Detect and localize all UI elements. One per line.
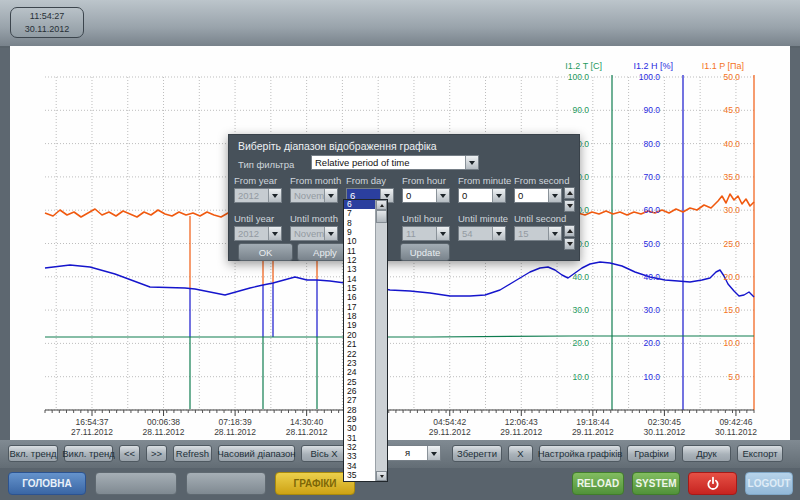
save-button[interactable]: Зберегти	[452, 445, 502, 462]
x-tick-time: 14:30:40	[271, 417, 343, 427]
export-button[interactable]: Експорт	[737, 445, 783, 462]
chevron-down-icon[interactable]	[324, 227, 337, 240]
from-year-label: From year	[234, 175, 277, 186]
scrollbar-thumb[interactable]	[376, 210, 387, 223]
x-tick-time: 02:30:45	[628, 417, 700, 427]
until-month-select[interactable]: November	[290, 226, 338, 241]
ok-button[interactable]: OK	[238, 243, 293, 261]
update-button[interactable]: Update	[400, 243, 450, 261]
x-tick-time: 04:54:42	[414, 417, 486, 427]
power-button[interactable]	[688, 472, 737, 495]
until-minute-value: 54	[459, 227, 492, 240]
y-tick-label: 15.0	[698, 305, 740, 315]
from-month-select[interactable]: November	[290, 188, 338, 203]
x-tick-time: 19:18:44	[557, 417, 629, 427]
trend-toolbar: я Вкл. трендВикл. тренд<<>>RefreshЧасови…	[0, 440, 800, 468]
trend-on-button[interactable]: Вкл. тренд	[8, 445, 58, 462]
trend-off-button[interactable]: Викл. тренд	[64, 445, 113, 462]
day-dropdown-list[interactable]: 6789101112131415161718192021222324252627…	[343, 199, 388, 482]
clock-time: 11:54:27	[11, 10, 83, 23]
chevron-down-icon[interactable]	[548, 189, 561, 202]
until-hour-select[interactable]: 11	[402, 226, 450, 241]
charts-button[interactable]: Графіки	[627, 445, 676, 462]
chevron-down-icon[interactable]	[548, 227, 561, 240]
x-tick-date: 29.11.2012	[557, 427, 629, 437]
x-tick-time: 00:06:38	[128, 417, 200, 427]
y-tick-label: 100.0	[547, 72, 589, 82]
day-option[interactable]: 35	[344, 471, 375, 480]
nav-blank-1[interactable]	[95, 472, 177, 495]
reload-button[interactable]: RELOAD	[572, 472, 624, 495]
from-second-select[interactable]: 0	[514, 188, 562, 203]
until-minute-select[interactable]: 54	[458, 226, 506, 241]
nav-blank-2[interactable]	[186, 472, 266, 495]
y-tick-label: 70.0	[618, 172, 660, 182]
logout-button[interactable]: LOGOUT	[745, 472, 793, 495]
chevron-down-icon[interactable]	[427, 446, 440, 460]
filter-type-select[interactable]: Relative period of time	[311, 155, 479, 170]
y-tick-label: 10.0	[547, 372, 589, 382]
from-day-label: From day	[346, 175, 386, 186]
dropdown-scrollbar[interactable]	[375, 200, 387, 481]
scroll-left-button[interactable]: <<	[119, 445, 140, 462]
y-tick-label: 10.0	[618, 372, 660, 382]
scroll-down-icon[interactable]	[376, 471, 387, 481]
x-tick-label: 19:18:4429.11.2012	[557, 417, 629, 437]
series-i1-2-t-c	[45, 336, 754, 337]
spinner-up-icon[interactable]	[564, 187, 575, 199]
y-tick-label: 30.0	[547, 305, 589, 315]
x-tick-date: 28.11.2012	[271, 427, 343, 437]
y-tick-label: 20.0	[547, 338, 589, 348]
until-second-select[interactable]: 15	[514, 226, 562, 241]
clock-date: 30.11.2012	[11, 23, 83, 36]
from-hour-select[interactable]: 0	[402, 188, 450, 203]
time-range-button[interactable]: Часовий діапазон	[218, 445, 295, 462]
y-tick-label: 35.0	[698, 172, 740, 182]
refresh-button[interactable]: Refresh	[173, 445, 212, 462]
until-month-label: Until month	[290, 213, 338, 224]
axis-label-i1-2-t-c: I1.2 T [C]	[565, 61, 602, 71]
chevron-down-icon[interactable]	[268, 227, 281, 240]
chevron-down-icon[interactable]	[492, 227, 505, 240]
chevron-down-icon[interactable]	[465, 156, 478, 169]
chevron-down-icon[interactable]	[436, 189, 449, 202]
clock-display[interactable]: 11:54:27 30.11.2012	[10, 7, 84, 38]
y-tick-label: 40.0	[698, 139, 740, 149]
x-tick-label: 12:06:4329.11.2012	[485, 417, 557, 437]
x-tick-label: 16:54:3727.11.2012	[56, 417, 128, 437]
chevron-down-icon[interactable]	[436, 227, 449, 240]
x-tick-time: 09:42:46	[700, 417, 772, 427]
from-hour-label: From hour	[402, 175, 446, 186]
spinner-down-icon[interactable]	[564, 200, 575, 212]
until-second-label: Until second	[514, 213, 566, 224]
from-year-select[interactable]: 2012	[234, 188, 282, 203]
scroll-right-button[interactable]: >>	[146, 445, 167, 462]
chevron-down-icon[interactable]	[268, 189, 281, 202]
y-tick-label: 50.0	[698, 72, 740, 82]
y-tick-label: 5.0	[698, 372, 740, 382]
system-button[interactable]: SYSTEM	[632, 472, 680, 495]
axis-label-i1-1-p-па: I1.1 P [Па]	[702, 61, 744, 71]
chart-settings-button[interactable]: Настройка графіків	[539, 445, 621, 462]
y-tick-label: 45.0	[698, 105, 740, 115]
from-minute-select[interactable]: 0	[458, 188, 506, 203]
until-spinner[interactable]	[564, 225, 575, 242]
x-tick-label: 07:18:3928.11.2012	[199, 417, 271, 437]
x-axis-button[interactable]: Вісь X	[301, 445, 347, 462]
print-button[interactable]: Друк	[682, 445, 731, 462]
y-tick-label: 10.0	[698, 338, 740, 348]
close-button[interactable]: X	[508, 445, 533, 462]
y-tick-label: 30.0	[698, 205, 740, 215]
chevron-down-icon[interactable]	[492, 189, 505, 202]
from-spinner[interactable]	[564, 187, 575, 204]
until-year-select[interactable]: 2012	[234, 226, 282, 241]
scroll-up-icon[interactable]	[376, 200, 387, 210]
spinner-up-icon[interactable]	[564, 225, 575, 237]
y-tick-label: 20.0	[618, 338, 660, 348]
spinner-down-icon[interactable]	[564, 238, 575, 250]
power-icon	[705, 476, 721, 492]
x-tick-label: 00:06:3828.11.2012	[128, 417, 200, 437]
nav-home-button[interactable]: ГОЛОВНА	[8, 472, 86, 495]
chevron-down-icon[interactable]	[324, 189, 337, 202]
y-tick-label: 50.0	[618, 239, 660, 249]
